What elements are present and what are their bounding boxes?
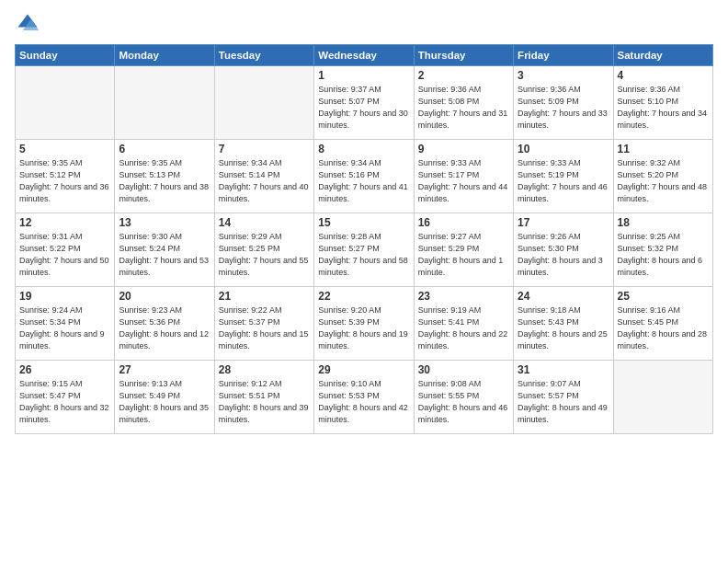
day-cell: 17Sunrise: 9:26 AM Sunset: 5:30 PM Dayli… bbox=[514, 213, 613, 287]
day-number: 20 bbox=[119, 290, 210, 303]
day-cell: 24Sunrise: 9:18 AM Sunset: 5:43 PM Dayli… bbox=[514, 287, 613, 361]
day-number: 11 bbox=[618, 143, 709, 155]
day-cell bbox=[613, 361, 712, 434]
day-cell bbox=[214, 66, 313, 140]
day-cell: 10Sunrise: 9:33 AM Sunset: 5:19 PM Dayli… bbox=[514, 140, 613, 213]
day-cell: 19Sunrise: 9:24 AM Sunset: 5:34 PM Dayli… bbox=[16, 287, 115, 361]
day-cell: 7Sunrise: 9:34 AM Sunset: 5:14 PM Daylig… bbox=[214, 140, 313, 213]
day-number: 6 bbox=[119, 143, 210, 155]
weekday-header-saturday: Saturday bbox=[613, 45, 712, 66]
week-row-1: 5Sunrise: 9:35 AM Sunset: 5:12 PM Daylig… bbox=[16, 140, 713, 213]
day-number: 28 bbox=[219, 363, 310, 376]
day-info: Sunrise: 9:32 AM Sunset: 5:20 PM Dayligh… bbox=[618, 157, 709, 205]
header bbox=[15, 11, 713, 37]
day-cell: 18Sunrise: 9:25 AM Sunset: 5:32 PM Dayli… bbox=[613, 213, 712, 287]
logo bbox=[15, 11, 44, 37]
day-number: 17 bbox=[518, 216, 609, 229]
day-cell: 29Sunrise: 9:10 AM Sunset: 5:53 PM Dayli… bbox=[314, 361, 414, 434]
day-cell bbox=[16, 66, 115, 140]
day-number: 25 bbox=[618, 290, 709, 303]
calendar-body: 1Sunrise: 9:37 AM Sunset: 5:07 PM Daylig… bbox=[16, 66, 713, 434]
weekday-row: SundayMondayTuesdayWednesdayThursdayFrid… bbox=[16, 45, 713, 66]
day-cell: 15Sunrise: 9:28 AM Sunset: 5:27 PM Dayli… bbox=[314, 213, 414, 287]
day-info: Sunrise: 9:16 AM Sunset: 5:45 PM Dayligh… bbox=[618, 304, 709, 352]
day-cell: 3Sunrise: 9:36 AM Sunset: 5:09 PM Daylig… bbox=[514, 66, 613, 140]
day-number: 19 bbox=[19, 290, 110, 303]
day-info: Sunrise: 9:15 AM Sunset: 5:47 PM Dayligh… bbox=[19, 378, 110, 426]
day-cell: 9Sunrise: 9:33 AM Sunset: 5:17 PM Daylig… bbox=[414, 140, 513, 213]
day-cell: 20Sunrise: 9:23 AM Sunset: 5:36 PM Dayli… bbox=[115, 287, 214, 361]
day-info: Sunrise: 9:34 AM Sunset: 5:14 PM Dayligh… bbox=[219, 157, 310, 205]
day-cell: 27Sunrise: 9:13 AM Sunset: 5:49 PM Dayli… bbox=[115, 361, 214, 434]
day-info: Sunrise: 9:26 AM Sunset: 5:30 PM Dayligh… bbox=[518, 231, 609, 279]
day-number: 30 bbox=[418, 363, 509, 376]
day-cell: 26Sunrise: 9:15 AM Sunset: 5:47 PM Dayli… bbox=[16, 361, 115, 434]
day-info: Sunrise: 9:35 AM Sunset: 5:13 PM Dayligh… bbox=[119, 157, 210, 205]
day-cell: 16Sunrise: 9:27 AM Sunset: 5:29 PM Dayli… bbox=[414, 213, 513, 287]
day-cell: 1Sunrise: 9:37 AM Sunset: 5:07 PM Daylig… bbox=[314, 66, 414, 140]
day-cell: 28Sunrise: 9:12 AM Sunset: 5:51 PM Dayli… bbox=[214, 361, 313, 434]
day-number: 1 bbox=[318, 69, 409, 82]
day-info: Sunrise: 9:37 AM Sunset: 5:07 PM Dayligh… bbox=[318, 84, 409, 132]
day-info: Sunrise: 9:23 AM Sunset: 5:36 PM Dayligh… bbox=[119, 304, 210, 352]
day-cell: 14Sunrise: 9:29 AM Sunset: 5:25 PM Dayli… bbox=[214, 213, 313, 287]
day-info: Sunrise: 9:20 AM Sunset: 5:39 PM Dayligh… bbox=[318, 304, 409, 352]
day-cell: 21Sunrise: 9:22 AM Sunset: 5:37 PM Dayli… bbox=[214, 287, 313, 361]
day-info: Sunrise: 9:33 AM Sunset: 5:17 PM Dayligh… bbox=[418, 157, 509, 205]
day-cell bbox=[115, 66, 214, 140]
day-number: 27 bbox=[119, 363, 210, 376]
day-cell: 25Sunrise: 9:16 AM Sunset: 5:45 PM Dayli… bbox=[613, 287, 712, 361]
day-cell: 11Sunrise: 9:32 AM Sunset: 5:20 PM Dayli… bbox=[613, 140, 712, 213]
day-info: Sunrise: 9:30 AM Sunset: 5:24 PM Dayligh… bbox=[119, 231, 210, 279]
day-number: 9 bbox=[418, 143, 509, 155]
weekday-header-tuesday: Tuesday bbox=[214, 45, 313, 66]
day-cell: 23Sunrise: 9:19 AM Sunset: 5:41 PM Dayli… bbox=[414, 287, 513, 361]
day-info: Sunrise: 9:12 AM Sunset: 5:51 PM Dayligh… bbox=[219, 378, 310, 426]
week-row-3: 19Sunrise: 9:24 AM Sunset: 5:34 PM Dayli… bbox=[16, 287, 713, 361]
day-info: Sunrise: 9:25 AM Sunset: 5:32 PM Dayligh… bbox=[618, 231, 709, 279]
day-cell: 22Sunrise: 9:20 AM Sunset: 5:39 PM Dayli… bbox=[314, 287, 414, 361]
day-info: Sunrise: 9:34 AM Sunset: 5:16 PM Dayligh… bbox=[318, 157, 409, 205]
week-row-0: 1Sunrise: 9:37 AM Sunset: 5:07 PM Daylig… bbox=[16, 66, 713, 140]
day-info: Sunrise: 9:13 AM Sunset: 5:49 PM Dayligh… bbox=[119, 378, 210, 426]
day-info: Sunrise: 9:07 AM Sunset: 5:57 PM Dayligh… bbox=[518, 378, 609, 426]
day-number: 12 bbox=[19, 216, 110, 229]
day-info: Sunrise: 9:33 AM Sunset: 5:19 PM Dayligh… bbox=[518, 157, 609, 205]
day-info: Sunrise: 9:24 AM Sunset: 5:34 PM Dayligh… bbox=[19, 304, 110, 352]
day-number: 31 bbox=[518, 363, 609, 376]
day-number: 4 bbox=[618, 69, 709, 82]
day-info: Sunrise: 9:22 AM Sunset: 5:37 PM Dayligh… bbox=[219, 304, 310, 352]
week-row-2: 12Sunrise: 9:31 AM Sunset: 5:22 PM Dayli… bbox=[16, 213, 713, 287]
day-number: 10 bbox=[518, 143, 609, 155]
calendar-header: SundayMondayTuesdayWednesdayThursdayFrid… bbox=[16, 45, 713, 66]
day-number: 7 bbox=[219, 143, 310, 155]
day-cell: 13Sunrise: 9:30 AM Sunset: 5:24 PM Dayli… bbox=[115, 213, 214, 287]
weekday-header-friday: Friday bbox=[514, 45, 613, 66]
day-cell: 5Sunrise: 9:35 AM Sunset: 5:12 PM Daylig… bbox=[16, 140, 115, 213]
day-number: 29 bbox=[318, 363, 409, 376]
weekday-header-thursday: Thursday bbox=[414, 45, 513, 66]
logo-icon bbox=[15, 11, 40, 37]
day-number: 16 bbox=[418, 216, 509, 229]
day-cell: 4Sunrise: 9:36 AM Sunset: 5:10 PM Daylig… bbox=[613, 66, 712, 140]
weekday-header-wednesday: Wednesday bbox=[314, 45, 414, 66]
day-cell: 6Sunrise: 9:35 AM Sunset: 5:13 PM Daylig… bbox=[115, 140, 214, 213]
day-cell: 12Sunrise: 9:31 AM Sunset: 5:22 PM Dayli… bbox=[16, 213, 115, 287]
day-number: 13 bbox=[119, 216, 210, 229]
page: SundayMondayTuesdayWednesdayThursdayFrid… bbox=[0, 0, 728, 563]
day-number: 24 bbox=[518, 290, 609, 303]
day-number: 8 bbox=[318, 143, 409, 155]
day-number: 14 bbox=[219, 216, 310, 229]
day-number: 21 bbox=[219, 290, 310, 303]
day-info: Sunrise: 9:08 AM Sunset: 5:55 PM Dayligh… bbox=[418, 378, 509, 426]
day-cell: 30Sunrise: 9:08 AM Sunset: 5:55 PM Dayli… bbox=[414, 361, 513, 434]
day-info: Sunrise: 9:29 AM Sunset: 5:25 PM Dayligh… bbox=[219, 231, 310, 279]
weekday-header-monday: Monday bbox=[115, 45, 214, 66]
weekday-header-sunday: Sunday bbox=[16, 45, 115, 66]
day-cell: 31Sunrise: 9:07 AM Sunset: 5:57 PM Dayli… bbox=[514, 361, 613, 434]
day-number: 15 bbox=[318, 216, 409, 229]
day-info: Sunrise: 9:31 AM Sunset: 5:22 PM Dayligh… bbox=[19, 231, 110, 279]
calendar: SundayMondayTuesdayWednesdayThursdayFrid… bbox=[15, 44, 713, 434]
day-info: Sunrise: 9:36 AM Sunset: 5:09 PM Dayligh… bbox=[518, 84, 609, 132]
day-info: Sunrise: 9:28 AM Sunset: 5:27 PM Dayligh… bbox=[318, 231, 409, 279]
